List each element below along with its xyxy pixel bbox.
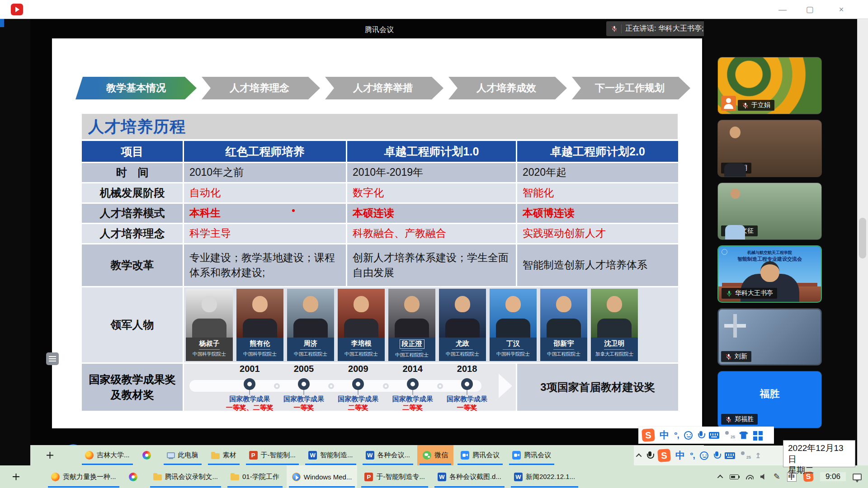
participant-name: 刘新	[735, 352, 747, 361]
slide-tab[interactable]: 教学基本情况	[75, 77, 197, 99]
ime-toolbar-icon[interactable]	[739, 432, 748, 439]
table-header-cell: 卓越工程师计划1.0	[347, 141, 516, 162]
ime-toolbar-icon[interactable]	[646, 451, 653, 460]
ime-toolbar-icon[interactable]	[713, 451, 720, 460]
slide-tab-label: 人才培养成效	[476, 81, 536, 95]
tray-icon[interactable]	[730, 474, 739, 479]
leader-title: 中国工程院院士	[388, 352, 435, 358]
taskbar-item[interactable]: 新闻2022.12.1...	[509, 465, 580, 488]
participants-panel: 于立娟	[704, 19, 857, 465]
taskbar-item-icon	[514, 473, 523, 481]
participant-mic-icon	[726, 290, 732, 297]
slide-tab[interactable]: 人才培养成效	[446, 77, 567, 99]
taskbar-item[interactable]: 各种会议...	[360, 445, 416, 465]
timeline-dash	[412, 390, 413, 395]
taskbar-item-label: Windows Med...	[304, 473, 352, 481]
taskbar-item[interactable]: 微信	[417, 445, 453, 465]
taskbar-item[interactable]: 吉林大学...	[80, 445, 135, 465]
leader-photo	[439, 289, 486, 338]
taskbar-item[interactable]	[30, 465, 44, 488]
taskbar-item[interactable]	[41, 445, 62, 465]
tray-icon[interactable]	[717, 474, 723, 480]
ime-toolbar-icon[interactable]	[724, 431, 734, 439]
participant-name: 陈明	[735, 164, 747, 172]
outer-close-button[interactable]: ×	[831, 5, 852, 15]
taskbar-item[interactable]: 腾讯会议录制文...	[148, 465, 224, 488]
notifications-icon[interactable]	[853, 474, 862, 480]
participant-name: 华科大王书亭	[735, 289, 773, 297]
taskbar-item[interactable]	[137, 445, 160, 465]
media-player-icon[interactable]	[11, 4, 23, 15]
ime-toolbar-icon[interactable]	[740, 451, 750, 460]
divider	[300, 349, 321, 350]
panel-scrollbar[interactable]	[857, 19, 868, 465]
ime-toolbar-icon[interactable]: ↥	[755, 451, 761, 460]
outer-maximize-button[interactable]: ▢	[799, 5, 820, 15]
slide-tab[interactable]: 人才培养理念	[199, 77, 320, 99]
annotation-tool-button[interactable]	[46, 352, 59, 365]
slide-tab[interactable]: 人才培养举措	[322, 77, 443, 99]
ime-toolbar-icon[interactable]: 中	[675, 449, 685, 462]
slide-tab[interactable]: 下一步工作规划	[569, 77, 690, 99]
participant-tile[interactable]: 刘新	[717, 308, 822, 366]
participant-tile[interactable]: 于立娟	[717, 57, 822, 114]
taskbar-item[interactable]: 贡献力量换一种...	[46, 465, 122, 488]
ime-toolbar-icon[interactable]	[753, 431, 757, 435]
taskbar-item[interactable]: 腾讯会议	[507, 445, 557, 465]
outer-minimize-button[interactable]: —	[772, 5, 793, 15]
ime-toolbar-icon[interactable]	[636, 453, 642, 459]
leader-photo	[236, 289, 283, 338]
taskbar-item[interactable]: 腾讯会议	[455, 445, 505, 465]
participant-name-pill: 吴文征	[721, 225, 758, 236]
participant-tile[interactable]: 福胜 郑福胜	[717, 371, 822, 428]
tray-icon[interactable]: ✎	[774, 472, 780, 482]
local-taskbar: 贡献力量换一种... 腾讯会议录制文... 01-学院工作	[0, 465, 868, 488]
taskbar-item[interactable]: 01-学院工作	[225, 465, 285, 488]
ime-toolbar-icon[interactable]: 中	[660, 429, 669, 441]
taskbar-item[interactable]: 素材	[206, 445, 242, 465]
ime-toolbar-icon[interactable]	[684, 431, 693, 440]
taskbar-item[interactable]: 此电脑	[161, 445, 204, 465]
divider	[199, 349, 220, 350]
participant-tile[interactable]: 陈明	[717, 120, 822, 177]
participant-tile[interactable]: 机械与航空航天工程学院 智能制造工程专业建设交流会	[717, 245, 822, 303]
scrollbar-thumb[interactable]	[859, 218, 866, 258]
taskbar-item[interactable]: 智能制造...	[303, 445, 359, 465]
tray-icon[interactable]	[745, 474, 754, 479]
taskbar-item[interactable]	[7, 465, 28, 488]
taskbar-item[interactable]: 于-智能制造专...	[359, 465, 430, 488]
taskbar-item-icon	[51, 473, 60, 481]
ime-toolbar-icon[interactable]	[725, 452, 735, 459]
ime-toolbar-icon[interactable]: °,	[690, 450, 695, 460]
timeline-dash	[467, 390, 467, 395]
ime-toolbar-icon[interactable]	[700, 451, 708, 460]
taskbar-item-icon	[142, 451, 151, 460]
presentation-slide: 教学基本情况 人才培养理念 人才培养举措 人才培养成效 下一步工作规划 人才培养…	[52, 38, 702, 428]
ime-toolbar-icon[interactable]: S	[642, 428, 655, 442]
leader-card: 李培根 中国工程院院士	[338, 289, 385, 361]
date-popup: 2022年12月13日 星期二	[783, 440, 855, 467]
participant-name: 于立娟	[751, 101, 770, 109]
leader-card: 杨叔子 中国科学院院士	[186, 289, 233, 361]
timeline-org-label: 国家教学成果	[438, 395, 496, 404]
taskbar-item[interactable]	[64, 445, 78, 465]
ime-toolbar-icon[interactable]: °,	[674, 430, 679, 440]
timeline-dot	[298, 378, 310, 390]
timeline-item: 2005 国家教学成果 一等奖	[274, 364, 333, 411]
leader-photo	[186, 289, 233, 338]
timeline-small-dot	[437, 383, 443, 389]
taskbar-item[interactable]: 于-智能制...	[244, 445, 302, 465]
taskbar-item[interactable]: Windows Med...	[287, 465, 358, 488]
timeline-org-label: 国家教学成果	[220, 395, 279, 404]
taskbar-item-icon	[364, 473, 373, 481]
participant-tile[interactable]: 吴文征	[717, 183, 822, 240]
taskbar-item-label: 于-智能制...	[261, 451, 296, 460]
taskbar-item-label: 贡献力量换一种...	[63, 473, 116, 481]
ime-toolbar-icon[interactable]	[698, 431, 704, 439]
taskbar-item-icon	[153, 474, 162, 480]
tray-icon[interactable]	[760, 474, 767, 480]
taskbar-item[interactable]	[123, 465, 146, 488]
taskbar-item[interactable]: 各种会议截图.d...	[432, 465, 507, 488]
ime-toolbar-icon[interactable]	[709, 432, 719, 439]
ime-toolbar-icon[interactable]: S	[657, 449, 671, 462]
